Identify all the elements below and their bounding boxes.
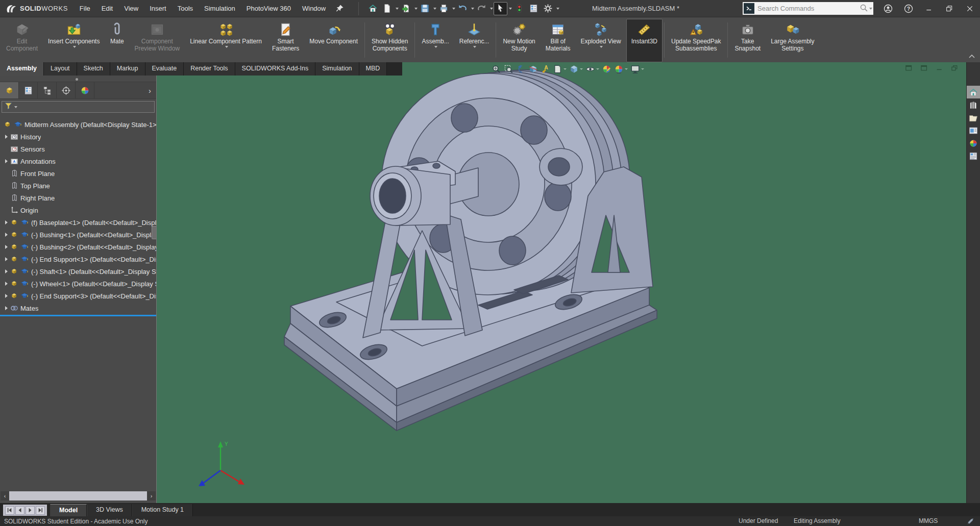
assembly-3d-model[interactable]: Y — [157, 62, 966, 503]
select-cursor-button[interactable] — [494, 2, 507, 15]
reference-geometry-button[interactable]: Referenc... — [454, 19, 495, 62]
display-style-button[interactable] — [569, 64, 583, 74]
exploded-view-button[interactable]: Exploded View — [575, 19, 626, 62]
scrollbar-track[interactable] — [9, 491, 147, 500]
doc-tab-model[interactable]: Model — [50, 504, 87, 516]
view-orientation-button[interactable] — [553, 64, 567, 74]
search-input[interactable] — [754, 5, 860, 12]
menu-view[interactable]: View — [118, 0, 144, 17]
doc-tab-3d-views[interactable]: 3D Views — [87, 504, 132, 516]
hide-show-items-button[interactable] — [585, 64, 599, 74]
take-snapshot-button[interactable]: TakeSnapshot — [729, 19, 766, 62]
search-scope-caret[interactable] — [869, 8, 872, 10]
new-document-caret[interactable] — [396, 8, 399, 10]
annotation-views-button[interactable]: A — [541, 64, 550, 74]
mate-button[interactable]: Mate — [105, 19, 129, 62]
insert-components-caret[interactable] — [73, 46, 76, 48]
tree-row[interactable]: (-) End Support<3> (Default<<Default>_Di… — [0, 290, 156, 302]
menu-insert[interactable]: Insert — [144, 0, 172, 17]
hide-show-items-caret[interactable] — [596, 68, 599, 70]
assembly-features-caret[interactable] — [434, 46, 437, 48]
taskpane-home-button[interactable] — [967, 86, 980, 98]
home-button[interactable] — [366, 2, 380, 15]
tab-layout[interactable]: Layout — [44, 62, 77, 76]
tree-row[interactable]: Sensors — [0, 143, 156, 155]
view-settings-button[interactable] — [630, 64, 644, 74]
child-minimize-icon[interactable] — [935, 64, 944, 72]
expand-arrow-icon[interactable] — [3, 294, 10, 298]
bill-of-materials-button[interactable]: Bill ofMaterials — [541, 19, 576, 62]
rebuild-traffic-light-button[interactable] — [512, 2, 526, 15]
panel-tab-property-manager[interactable] — [19, 82, 38, 98]
open-document-button[interactable] — [399, 2, 413, 15]
tab-render-tools[interactable]: Render Tools — [184, 62, 235, 76]
search-icon[interactable] — [860, 4, 868, 14]
menu-tools[interactable]: Tools — [172, 0, 199, 17]
scroll-right-icon[interactable]: › — [147, 491, 156, 500]
tab-solidworks-add-ins[interactable]: SOLIDWORKS Add-Ins — [235, 62, 316, 76]
settings-gear-button[interactable] — [541, 2, 555, 15]
reference-geometry-caret[interactable] — [473, 46, 476, 48]
undo-caret[interactable] — [471, 8, 474, 10]
doc-tab-motion-study-1[interactable]: Motion Study 1 — [132, 504, 193, 516]
linear-component-pattern-button[interactable]: Linear Component Pattern — [185, 19, 267, 62]
search-commands-box[interactable] — [743, 2, 873, 15]
units-caret[interactable] — [952, 520, 957, 526]
tab-sketch[interactable]: Sketch — [77, 62, 110, 76]
panel-tab-display-manager[interactable] — [76, 82, 94, 98]
help-icon[interactable]: ? — [898, 0, 919, 17]
taskpane-file-explorer-button[interactable] — [967, 111, 980, 124]
panel-expand-chevron-icon[interactable]: › — [143, 82, 156, 98]
expand-arrow-icon[interactable] — [3, 269, 10, 273]
assembly-features-button[interactable]: Assemb... — [416, 19, 454, 62]
update-speedpak-subassemblies-button[interactable]: Update SpeedPakSubassemblies — [666, 19, 726, 62]
tree-row[interactable]: Top Plane — [0, 180, 156, 192]
tree-filter[interactable] — [2, 101, 155, 113]
select-cursor-caret[interactable] — [509, 8, 512, 10]
restore-button[interactable] — [939, 0, 960, 17]
show-hidden-components-button[interactable]: Show HiddenComponents — [366, 19, 413, 62]
taskpane-design-library-button[interactable] — [967, 98, 980, 111]
apply-scene-button[interactable] — [614, 64, 628, 74]
insert-components-button[interactable]: Insert Components — [43, 19, 105, 62]
print-button[interactable] — [437, 2, 451, 15]
tab-assembly[interactable]: Assembly — [0, 62, 44, 76]
tree-row[interactable]: Right Plane — [0, 192, 156, 204]
panel-tab-featuremanager-tree[interactable] — [0, 82, 19, 98]
redo-button[interactable] — [475, 2, 488, 15]
undo-button[interactable] — [456, 2, 470, 15]
open-document-caret[interactable] — [414, 8, 418, 10]
panel-horizontal-scrollbar[interactable]: ‹ › — [1, 491, 156, 501]
tab-evaluate[interactable]: Evaluate — [145, 62, 184, 76]
expand-arrow-icon[interactable] — [3, 245, 10, 249]
linear-component-pattern-caret[interactable] — [225, 46, 228, 48]
redo-caret[interactable] — [490, 8, 493, 10]
expand-arrow-icon[interactable] — [3, 306, 10, 310]
tab-mbd[interactable]: MBD — [359, 62, 387, 76]
save-caret[interactable] — [433, 8, 436, 10]
tree-row[interactable]: Mates — [0, 302, 156, 314]
panel-flyout-handle[interactable] — [152, 226, 156, 239]
display-options-button[interactable] — [527, 2, 541, 15]
last-tab-icon[interactable] — [36, 506, 45, 515]
menu-window[interactable]: Window — [297, 0, 331, 17]
expand-arrow-icon[interactable] — [3, 257, 10, 261]
display-style-caret[interactable] — [580, 68, 583, 70]
new-document-button[interactable] — [380, 2, 394, 15]
save-button[interactable] — [418, 2, 432, 15]
window-icon[interactable] — [904, 64, 913, 72]
expand-arrow-icon[interactable] — [3, 233, 10, 237]
tree-row[interactable]: (f) Baseplate<1> (Default<<Default>_Disp… — [0, 216, 156, 229]
panel-splitter[interactable] — [0, 76, 156, 82]
tree-row[interactable]: (-) Shaft<1> (Default<<Default>_Display … — [0, 265, 156, 278]
child-restore-icon[interactable] — [950, 64, 959, 72]
tree-row[interactable]: AAnnotations — [0, 155, 156, 167]
minimize-button[interactable] — [919, 0, 939, 17]
menu-photoview-360[interactable]: PhotoView 360 — [241, 0, 297, 17]
taskpane-custom-properties-button[interactable] — [967, 149, 980, 162]
expand-arrow-icon[interactable] — [3, 220, 10, 224]
move-component-button[interactable]: Move Component — [304, 19, 363, 62]
menu-edit[interactable]: Edit — [96, 0, 118, 17]
tree-row[interactable]: History — [0, 131, 156, 143]
view-settings-caret[interactable] — [641, 68, 644, 70]
